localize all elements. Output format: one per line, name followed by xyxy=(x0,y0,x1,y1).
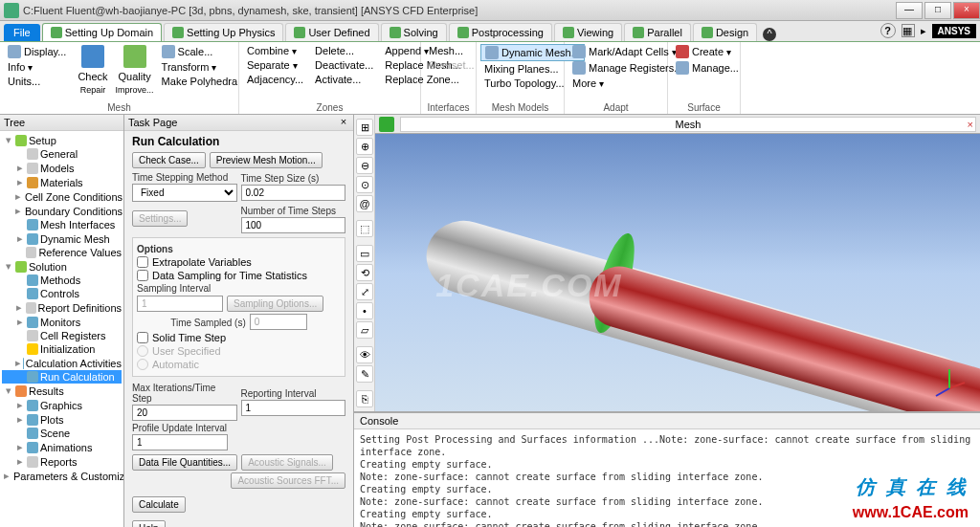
tree-node-monitors[interactable]: ▸Monitors xyxy=(2,315,122,329)
separate-button[interactable]: Separate ▾ xyxy=(243,58,307,72)
scale-button[interactable]: Scale... xyxy=(158,44,242,59)
transform-button[interactable]: Transform ▾ xyxy=(158,60,242,74)
viewport-tool-12[interactable]: ▱ xyxy=(356,321,373,339)
next-icon[interactable]: ▸ xyxy=(921,25,926,37)
page-watermark-cn: 仿 真 在 线 xyxy=(856,474,969,500)
viewport-tool-3[interactable]: ⊙ xyxy=(356,176,373,193)
tree-node-solution[interactable]: ▾Solution xyxy=(2,259,122,274)
layout-icon[interactable]: ▦ xyxy=(902,24,915,37)
viewport-tool-8[interactable]: ▭ xyxy=(356,245,373,262)
mesh-interfaces-button[interactable]: Mesh... xyxy=(425,44,479,57)
tree-node-mesh-interfaces[interactable]: Mesh Interfaces xyxy=(2,218,122,231)
data-file-button[interactable]: Data File Quantities... xyxy=(132,454,237,471)
sampling-checkbox[interactable]: Data Sampling for Time Statistics xyxy=(137,270,341,281)
tree-node-scene[interactable]: Scene xyxy=(2,427,122,440)
canvas-watermark: 1CAE.COM xyxy=(435,267,622,304)
viewport-tool-0[interactable]: ⊞ xyxy=(356,119,373,136)
minimize-button[interactable]: — xyxy=(896,2,923,19)
viewport-tool-11[interactable]: • xyxy=(356,302,373,319)
tree-node-reports[interactable]: ▸Reports xyxy=(2,454,122,469)
ribbon-tab-design[interactable]: Design xyxy=(693,23,757,41)
tree-node-dynamic-mesh[interactable]: ▸Dynamic Mesh xyxy=(2,231,122,246)
ribbon-tab-postprocessing[interactable]: Postprocessing xyxy=(449,23,552,41)
delete-button[interactable]: Delete... xyxy=(311,44,377,57)
viewport-tab-close-icon[interactable]: × xyxy=(968,119,973,130)
display-button[interactable]: Display... xyxy=(4,44,70,59)
ribbon-tab-user-defined[interactable]: User Defined xyxy=(285,23,378,41)
tree-node-graphics[interactable]: ▸Graphics xyxy=(2,398,122,412)
console-header: Console xyxy=(354,413,980,429)
viewport-tool-10[interactable]: ⤢ xyxy=(356,283,373,300)
tree-node-run-calculation[interactable]: Run Calculation xyxy=(2,370,122,384)
ribbon-tab-viewing[interactable]: Viewing xyxy=(554,23,622,41)
max-iter-input[interactable] xyxy=(132,405,237,421)
tree-node-boundary-conditions[interactable]: ▸Boundary Conditions xyxy=(2,204,122,218)
create-surface-button[interactable]: Create ▾ xyxy=(672,44,743,59)
rep-int-input[interactable] xyxy=(241,400,346,416)
tree-node-parameters-customiza-[interactable]: ▸Parameters & Customiza… xyxy=(2,469,122,483)
check-case-button[interactable]: Check Case... xyxy=(132,152,206,168)
page-watermark-url: www.1CAE.com xyxy=(853,504,969,521)
ts-size-input[interactable] xyxy=(241,185,346,201)
tree-node-reference-values[interactable]: Reference Values xyxy=(2,246,122,259)
viewport-tool-2[interactable]: ⊖ xyxy=(356,157,373,174)
adapt-group-label: Adapt xyxy=(565,101,667,114)
tree[interactable]: ▾SetupGeneral▸Models▸Materials▸Cell Zone… xyxy=(0,131,123,527)
tree-node-materials[interactable]: ▸Materials xyxy=(2,175,122,189)
ribbon-tab-setting-up-physics[interactable]: Setting Up Physics xyxy=(164,23,283,41)
tree-node-setup[interactable]: ▾Setup xyxy=(2,133,122,147)
preview-mesh-button[interactable]: Preview Mesh Motion... xyxy=(210,152,323,168)
tree-node-cell-registers[interactable]: Cell Registers xyxy=(2,329,122,342)
viewport-tool-17[interactable]: ⎘ xyxy=(356,390,373,407)
axis-triad-icon xyxy=(930,362,969,400)
viewport-tool-1[interactable]: ⊕ xyxy=(356,138,373,155)
info-button[interactable]: Info ▾ xyxy=(4,60,70,74)
mesh-models-group-label: Mesh Models xyxy=(477,101,564,114)
viewport-tool-4[interactable]: @ xyxy=(356,195,373,212)
viewport-tool-6[interactable]: ⬚ xyxy=(356,220,373,237)
units-button[interactable]: Units... xyxy=(4,75,70,88)
ribbon-tab-parallel[interactable]: Parallel xyxy=(624,23,691,41)
calculate-button[interactable]: Calculate xyxy=(132,496,186,513)
tree-node-animations[interactable]: ▸Animations xyxy=(2,440,122,454)
extrapolate-checkbox[interactable]: Extrapolate Variables xyxy=(137,256,341,268)
activate-button[interactable]: Activate... xyxy=(311,73,377,86)
tree-node-models[interactable]: ▸Models xyxy=(2,161,122,175)
tree-node-methods[interactable]: Methods xyxy=(2,274,122,287)
ribbon-tab-setting-up-domain[interactable]: Setting Up Domain xyxy=(42,23,162,41)
tree-header: Tree xyxy=(4,117,25,128)
adjacency-button[interactable]: Adjacency... xyxy=(243,73,307,86)
manage-surface-button[interactable]: Manage... xyxy=(672,60,743,76)
task-close-icon[interactable]: × xyxy=(338,117,349,128)
tree-node-plots[interactable]: ▸Plots xyxy=(2,412,122,427)
maximize-button[interactable]: □ xyxy=(924,2,951,19)
deactivate-button[interactable]: Deactivate... xyxy=(311,58,377,72)
ribbon-tab-solving[interactable]: Solving xyxy=(381,23,447,41)
nts-input[interactable] xyxy=(241,217,346,233)
viewport-app-icon xyxy=(379,117,394,132)
tree-node-results[interactable]: ▾Results xyxy=(2,384,122,398)
tree-node-initialization[interactable]: Initialization xyxy=(2,342,122,356)
viewport-canvas[interactable]: 1CAE.COM xyxy=(375,134,980,411)
tree-node-general[interactable]: General xyxy=(2,147,122,161)
viewport-tool-14[interactable]: 👁 xyxy=(356,346,373,363)
tree-node-calculation-activities[interactable]: ▸Calculation Activities xyxy=(2,356,122,370)
solid-ts-checkbox[interactable]: Solid Time Step xyxy=(137,332,341,343)
expand-ribbon-icon[interactable]: ^ xyxy=(763,28,776,41)
tree-node-report-definitions[interactable]: ▸Report Definitions xyxy=(2,300,122,315)
combine-button[interactable]: Combine ▾ xyxy=(243,44,307,57)
time-sampled-value xyxy=(250,314,307,330)
profile-input[interactable] xyxy=(132,434,228,450)
help-icon[interactable]: ? xyxy=(880,23,896,38)
svg-line-0 xyxy=(949,383,965,388)
ts-method-select[interactable]: Fixed xyxy=(132,184,237,202)
tree-node-cell-zone-conditions[interactable]: ▸Cell Zone Conditions xyxy=(2,189,122,204)
help-button[interactable]: Help xyxy=(132,520,166,527)
viewport-tool-15[interactable]: ✎ xyxy=(356,365,373,383)
close-button[interactable]: × xyxy=(953,2,980,19)
viewport-tool-9[interactable]: ⟲ xyxy=(356,264,373,281)
tree-node-controls[interactable]: Controls xyxy=(2,287,122,300)
file-tab[interactable]: File xyxy=(4,24,40,41)
viewport-tab-mesh[interactable]: Mesh× xyxy=(400,117,976,132)
polyhedra-button[interactable]: Make Polyhedra xyxy=(158,75,242,88)
